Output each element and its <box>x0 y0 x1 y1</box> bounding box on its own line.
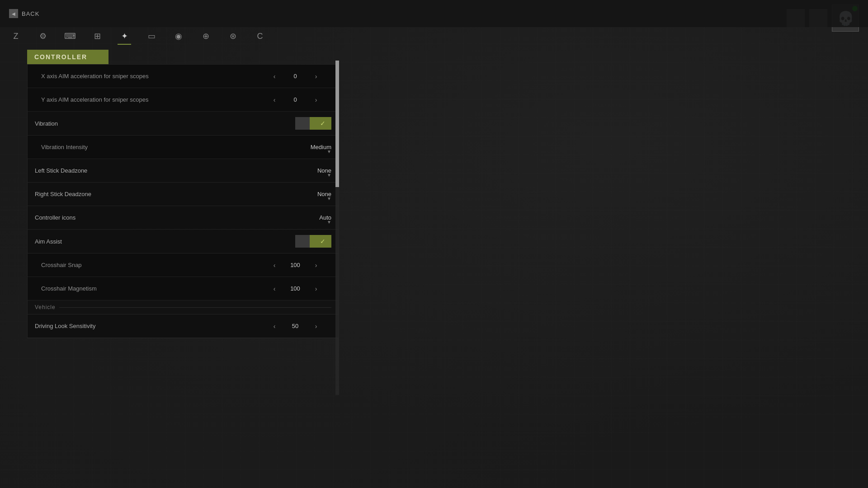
nav-icons-bar: Z ⚙ ⌨ ⊞ ✦ ▭ ◉ ⊕ ⊛ C <box>9 29 267 43</box>
misc-icon[interactable]: C <box>253 29 267 43</box>
setting-row-vibration: Vibration ✓ <box>28 112 339 136</box>
crosshair-snap-increase[interactable]: › <box>312 262 320 269</box>
settings-content: X axis AIM acceleration for sniper scope… <box>27 64 339 338</box>
controller-icons-dropdown[interactable]: Auto ▼ <box>259 214 331 221</box>
setting-row-crosshair-snap: Crosshair Snap ‹ 100 › <box>28 253 339 277</box>
driving-look-sensitivity-decrease[interactable]: ‹ <box>271 323 278 330</box>
y-axis-aim-sniper-increase[interactable]: › <box>312 96 320 103</box>
aim-assist-toggle-thumb: ✓ <box>315 235 331 247</box>
gear-icon[interactable]: ⚙ <box>36 29 50 43</box>
vibration-intensity-value: Medium <box>295 144 331 150</box>
right-stick-deadzone-arrow: ▼ <box>327 196 331 201</box>
crosshair-snap-label: Crosshair Snap <box>41 262 82 268</box>
setting-row-controller-icons: Controller icons Auto ▼ <box>28 206 339 230</box>
y-axis-aim-sniper-decrease[interactable]: ‹ <box>271 96 278 103</box>
driving-look-sensitivity-label: Driving Look Sensitivity <box>35 323 95 329</box>
setting-row-vibration-intensity: Vibration Intensity Medium ▼ <box>28 136 339 159</box>
right-stick-deadzone-label: Right Stick Deadzone <box>35 191 91 197</box>
vibration-intensity-dropdown[interactable]: Medium ▼ <box>259 144 331 150</box>
aim-assist-toggle-track[interactable]: ✓ <box>295 235 331 248</box>
back-button[interactable]: ◀ BACK <box>9 9 39 18</box>
network-icon[interactable]: ⊞ <box>90 29 104 43</box>
aim-assist-toggle[interactable]: ✓ <box>259 235 331 248</box>
crosshair-snap-control[interactable]: ‹ 100 › <box>259 262 331 269</box>
vehicle-section-divider: Vehicle <box>28 300 339 314</box>
controller-icons-label: Controller icons <box>35 214 75 221</box>
y-axis-aim-sniper-label: Y axis AIM acceleration for sniper scope… <box>41 96 149 103</box>
driving-look-sensitivity-control[interactable]: ‹ 50 › <box>259 323 331 330</box>
driving-look-sensitivity-increase[interactable]: › <box>312 323 320 330</box>
vehicle-section-line <box>59 307 331 308</box>
settings-panel: CONTROLLER X axis AIM acceleration for s… <box>27 50 339 479</box>
y-axis-aim-sniper-value: 0 <box>282 96 309 103</box>
top-bar: ◀ BACK <box>0 0 868 27</box>
vibration-toggle-track[interactable]: ✓ <box>295 117 331 130</box>
right-stick-deadzone-dropdown[interactable]: None ▼ <box>259 191 331 197</box>
scrollbar-thumb[interactable] <box>335 61 339 187</box>
setting-row-y-axis-aim-sniper: Y axis AIM acceleration for sniper scope… <box>28 88 339 112</box>
crosshair-magnetism-increase[interactable]: › <box>312 285 320 292</box>
crosshair-magnetism-value: 100 <box>282 285 309 292</box>
keyboard-icon[interactable]: ⌨ <box>63 29 77 43</box>
setting-row-crosshair-magnetism: Crosshair Magnetism ‹ 100 › <box>28 277 339 300</box>
setting-row-driving-look-sensitivity: Driving Look Sensitivity ‹ 50 › <box>28 314 339 338</box>
vehicle-section-label: Vehicle <box>35 304 56 310</box>
back-icon: ◀ <box>9 9 18 18</box>
left-stick-deadzone-arrow: ▼ <box>327 173 331 178</box>
gamepad-icon[interactable]: Z <box>9 29 23 43</box>
accessibility-icon[interactable]: ⊛ <box>226 29 240 43</box>
language-icon[interactable]: ⊕ <box>199 29 212 43</box>
section-header: CONTROLLER <box>27 50 108 64</box>
aim-assist-label: Aim Assist <box>35 238 62 245</box>
controller-icons-value: Auto <box>295 214 331 221</box>
x-axis-aim-sniper-label: X axis AIM acceleration for sniper scope… <box>41 73 149 80</box>
vibration-toggle[interactable]: ✓ <box>259 117 331 130</box>
crosshair-snap-decrease[interactable]: ‹ <box>271 262 278 269</box>
monitor-icon[interactable]: ▭ <box>145 29 158 43</box>
crosshair-snap-value: 100 <box>282 262 309 268</box>
right-stick-deadzone-value: None <box>295 191 331 197</box>
vibration-label: Vibration <box>35 120 58 127</box>
back-label: BACK <box>22 10 39 17</box>
left-stick-deadzone-value: None <box>295 167 331 174</box>
y-axis-aim-sniper-control[interactable]: ‹ 0 › <box>259 96 331 103</box>
left-stick-deadzone-label: Left Stick Deadzone <box>35 167 87 174</box>
driving-look-sensitivity-value: 50 <box>282 323 309 329</box>
vibration-intensity-label: Vibration Intensity <box>41 144 88 150</box>
settings-wrapper: CONTROLLER X axis AIM acceleration for s… <box>27 50 339 338</box>
crosshair-magnetism-control[interactable]: ‹ 100 › <box>259 285 331 292</box>
left-stick-deadzone-dropdown[interactable]: None ▼ <box>259 167 331 174</box>
setting-row-right-stick-deadzone: Right Stick Deadzone None ▼ <box>28 183 339 206</box>
vibration-intensity-arrow: ▼ <box>327 149 331 154</box>
audio-icon[interactable]: ◉ <box>172 29 185 43</box>
x-axis-aim-sniper-increase[interactable]: › <box>312 73 320 80</box>
setting-row-aim-assist: Aim Assist ✓ <box>28 230 339 253</box>
scrollbar[interactable] <box>335 61 339 395</box>
controller-icons-arrow: ▼ <box>327 220 331 225</box>
setting-row-left-stick-deadzone: Left Stick Deadzone None ▼ <box>28 159 339 183</box>
x-axis-aim-sniper-control[interactable]: ‹ 0 › <box>259 73 331 80</box>
x-axis-aim-sniper-decrease[interactable]: ‹ <box>271 73 278 80</box>
vibration-toggle-thumb: ✓ <box>315 117 331 129</box>
setting-row-x-axis-aim-sniper: X axis AIM acceleration for sniper scope… <box>28 65 339 88</box>
crosshair-magnetism-label: Crosshair Magnetism <box>41 285 97 292</box>
x-axis-aim-sniper-value: 0 <box>282 73 309 80</box>
controller-icon[interactable]: ✦ <box>118 29 131 43</box>
crosshair-magnetism-decrease[interactable]: ‹ <box>271 285 278 292</box>
